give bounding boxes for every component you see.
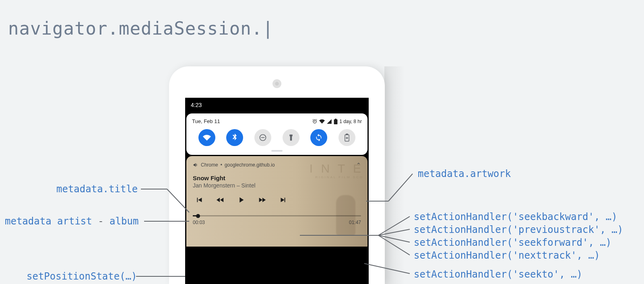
rotation-toggle[interactable] (310, 129, 327, 146)
label-seekbackward: setActionHandler('seekbackward', …) (414, 211, 617, 222)
fast-forward-icon (257, 196, 267, 204)
label-nexttrack: setActionHandler('nexttrack', …) (414, 250, 600, 261)
phone-screen: 4:23 Tue, Feb 11 1 day, 8 hr (185, 98, 369, 284)
label-seekforward: setActionHandler('seekforward', …) (414, 237, 611, 248)
label-metadata-title: metadata.title (56, 183, 138, 195)
phone-frame: 4:23 Tue, Feb 11 1 day, 8 hr (169, 66, 385, 284)
seek-forward-button[interactable] (256, 194, 268, 206)
qs-status-icons: 1 day, 8 hr (312, 119, 362, 124)
next-track-button[interactable] (277, 194, 289, 206)
qs-date: Tue, Feb 11 (192, 118, 220, 124)
volume-icon (193, 162, 198, 168)
sync-icon (315, 134, 323, 142)
fast-rewind-icon (215, 196, 225, 204)
skip-previous-icon (195, 196, 204, 204)
qs-handle[interactable] (271, 150, 283, 152)
earpiece (272, 79, 281, 88)
quick-settings-panel: Tue, Feb 11 1 day, 8 hr (186, 113, 367, 155)
seekbar-thumb[interactable] (196, 214, 200, 218)
qs-toggles (192, 129, 362, 146)
previous-track-button[interactable] (194, 194, 205, 206)
play-button[interactable] (235, 194, 247, 206)
media-notification: I N T E RIGINAL FILM SCO Chrome • google… (186, 156, 367, 247)
svg-rect-3 (346, 134, 348, 135)
status-bar: 4:23 (185, 98, 369, 112)
label-metadata-artwork: metadata.artwork (418, 168, 511, 179)
phone-shadow (384, 66, 405, 284)
signal-icon (326, 119, 332, 124)
api-title: navigator.mediaSession.| (8, 18, 274, 39)
bluetooth-toggle[interactable] (226, 129, 243, 146)
artwork-watermark-sub: RIGINAL FILM SCO (315, 175, 363, 179)
seek-backward-button[interactable] (215, 194, 226, 206)
media-app: Chrome (201, 162, 218, 168)
battery-text: 1 day, 8 hr (339, 119, 362, 124)
seek-bar[interactable] (193, 215, 361, 216)
label-previoustrack: setActionHandler('previoustrack', …) (414, 224, 623, 235)
flashlight-toggle[interactable] (283, 129, 299, 146)
dnd-icon (259, 134, 267, 142)
wifi-toggle[interactable] (198, 129, 215, 146)
media-artist-album: Jan Morgenstern – Sintel (193, 182, 361, 189)
position-time: 00:03 (193, 220, 205, 225)
label-set-position-state: setPositionState(…) (27, 271, 137, 282)
label-seekto: setActionHandler('seekto', …) (414, 269, 582, 280)
bluetooth-icon (231, 134, 239, 142)
battery-saver-icon (344, 134, 350, 142)
artwork-watermark: I N T E (310, 162, 363, 175)
skip-next-icon (279, 196, 287, 204)
wifi-icon (319, 119, 325, 124)
battery-icon (334, 119, 338, 124)
play-icon (237, 196, 246, 204)
label-metadata-artist-album: metadata artist - album (5, 216, 138, 227)
wifi-icon (203, 134, 211, 142)
media-source: googlechrome.github.io (225, 162, 275, 168)
qs-header: Tue, Feb 11 1 day, 8 hr (192, 118, 362, 124)
dnd-toggle[interactable] (254, 129, 271, 146)
dot-separator: • (221, 162, 222, 168)
flashlight-icon (287, 134, 295, 141)
battery-saver-toggle[interactable] (339, 129, 355, 146)
alarm-icon (312, 119, 318, 124)
status-clock: 4:23 (191, 102, 202, 108)
